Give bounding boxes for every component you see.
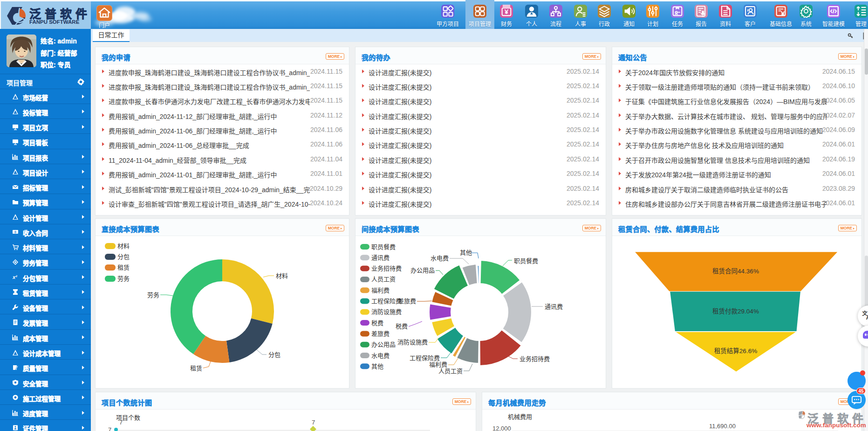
svg-text:租赁付款29.04%: 租赁付款29.04% [712, 308, 759, 315]
svg-text:职员餐费: 职员餐费 [514, 257, 538, 264]
svg-text:税费: 税费 [371, 320, 383, 327]
svg-text:水电费: 水电费 [371, 352, 390, 359]
svg-text:工程保险费: 工程保险费 [371, 298, 402, 305]
svg-text:通讯费: 通讯费 [371, 254, 390, 261]
svg-text:业务招待费: 业务招待费 [519, 355, 550, 362]
svg-text:材料: 材料 [276, 272, 288, 279]
svg-text:水电费: 水电费 [431, 255, 449, 262]
svg-text:税费: 税费 [396, 323, 408, 330]
svg-text:劳务: 劳务 [117, 275, 130, 282]
svg-text:通讯费: 通讯费 [545, 303, 563, 310]
svg-text:办公用品: 办公用品 [371, 341, 396, 348]
svg-text:租赁: 租赁 [117, 264, 130, 271]
svg-text:办公用品: 办公用品 [410, 267, 435, 274]
svg-text:人员工资: 人员工资 [438, 368, 463, 375]
svg-text:租赁结算26.6%: 租赁结算26.6% [714, 348, 757, 355]
svg-text:分包: 分包 [268, 351, 280, 358]
svg-text:材料: 材料 [117, 243, 130, 250]
svg-text:租赁合同44.36%: 租赁合同44.36% [712, 268, 759, 275]
svg-text:业务招待费: 业务招待费 [371, 265, 402, 272]
svg-text:A: A [866, 314, 868, 321]
svg-text:消防设施费: 消防设施费 [371, 308, 402, 315]
svg-text:分包: 分包 [117, 253, 130, 260]
svg-text:劳务: 劳务 [147, 292, 159, 299]
svg-text:0: 0 [14, 230, 16, 234]
svg-text:工程保险费: 工程保险费 [410, 355, 440, 361]
svg-text:其他: 其他 [371, 363, 383, 370]
svg-text:职员餐费: 职员餐费 [371, 243, 396, 250]
svg-text:福利费: 福利费 [429, 361, 447, 368]
svg-text:x²: x² [12, 274, 17, 280]
svg-text:福利费: 福利费 [371, 287, 390, 294]
svg-text:差旅费: 差旅费 [371, 330, 390, 337]
svg-text:租赁: 租赁 [190, 365, 202, 372]
svg-text:其他: 其他 [460, 249, 472, 256]
svg-text:人员工资: 人员工资 [371, 276, 396, 283]
svg-text:消防设施费: 消防设施费 [397, 339, 428, 346]
svg-text:差旅费: 差旅费 [398, 298, 416, 305]
